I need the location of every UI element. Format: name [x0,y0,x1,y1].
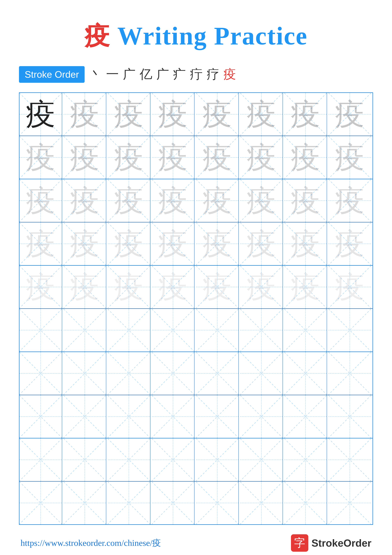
grid-row-4: 疫 疫 疫 [20,222,372,266]
cell-r8-c7[interactable] [284,395,327,438]
cell-r6-c1[interactable] [20,309,62,351]
svg-line-100 [108,352,150,394]
footer-url-link[interactable]: https://www.strokeorder.com/chinese/疫 [21,537,161,549]
cell-r2-c2[interactable]: 疫 [64,136,106,179]
grid-row-10 [20,482,372,524]
cell-r4-c8[interactable]: 疫 [328,222,371,265]
cell-r2-c4[interactable]: 疫 [152,136,194,179]
cell-r10-c7[interactable] [284,482,327,524]
cell-r7-c7[interactable] [284,352,327,395]
cell-r10-c6[interactable] [240,482,283,524]
cell-r7-c4[interactable] [152,352,194,395]
cell-r6-c4[interactable] [152,309,194,351]
cell-r7-c3[interactable] [108,352,150,395]
cell-r2-c1[interactable]: 疫 [20,136,62,179]
cell-r1-c6[interactable]: 疫 [240,93,283,136]
cell-r5-c3[interactable]: 疫 [108,266,150,308]
cell-r6-c7[interactable] [284,309,327,351]
cell-r7-c8[interactable] [328,352,371,395]
cell-r1-c3[interactable]: 疫 [108,93,150,136]
svg-line-155 [240,482,283,524]
cell-r1-c2[interactable]: 疫 [64,93,106,136]
grid-row-5: 疫 疫 疫 [20,266,372,309]
cell-r10-c8[interactable] [328,482,371,524]
cell-r9-c3[interactable] [108,438,150,481]
cell-r1-c4[interactable]: 疫 [152,93,194,136]
cell-r6-c5[interactable] [196,309,239,351]
cell-r2-c8[interactable]: 疫 [328,136,371,179]
cell-r8-c4[interactable] [152,395,194,438]
cell-r3-c2[interactable]: 疫 [64,179,106,222]
title-chinese-char: 疫 [85,22,110,50]
cell-r1-c5[interactable]: 疫 [196,93,239,136]
cell-r9-c7[interactable] [284,438,327,481]
cell-r6-c3[interactable] [108,309,150,351]
cell-r3-c1[interactable]: 疫 [20,179,62,222]
cell-r9-c8[interactable] [328,438,371,481]
cell-r7-c5[interactable] [196,352,239,395]
cell-r9-c4[interactable] [152,438,194,481]
cell-r4-c5[interactable]: 疫 [196,222,239,265]
cell-r6-c8[interactable] [328,309,371,351]
cell-r9-c5[interactable] [196,438,239,481]
cell-r4-c7[interactable]: 疫 [284,222,327,265]
cell-r6-c6[interactable] [240,309,283,351]
cell-r2-c6[interactable]: 疫 [240,136,283,179]
cell-r4-c6[interactable]: 疫 [240,222,283,265]
cell-r7-c2[interactable] [64,352,106,395]
cell-r4-c4[interactable]: 疫 [152,222,194,265]
cell-r10-c2[interactable] [64,482,106,524]
cell-r6-c2[interactable] [64,309,106,351]
svg-line-117 [108,395,150,438]
svg-line-119 [152,395,194,438]
cell-r5-c5[interactable]: 疫 [196,266,239,308]
cell-r3-c6[interactable]: 疫 [240,179,283,222]
cell-r8-c1[interactable] [20,395,62,438]
cell-r8-c8[interactable] [328,395,371,438]
cell-r8-c6[interactable] [240,395,283,438]
cell-r10-c5[interactable] [196,482,239,524]
cell-r5-c4[interactable]: 疫 [152,266,194,308]
cell-r10-c3[interactable] [108,482,150,524]
svg-line-107 [240,352,283,394]
cell-r7-c6[interactable] [240,352,283,395]
cell-r10-c1[interactable] [20,482,62,524]
cell-r3-c8[interactable]: 疫 [328,179,371,222]
cell-r3-c3[interactable]: 疫 [108,179,150,222]
cell-r3-c4[interactable]: 疫 [152,179,194,222]
svg-line-139 [240,438,283,481]
cell-r1-c1[interactable]: 疫 [20,93,62,136]
cell-r9-c2[interactable] [64,438,106,481]
cell-r5-c8[interactable]: 疫 [328,266,371,308]
cell-r9-c1[interactable] [20,438,62,481]
svg-line-149 [108,482,150,524]
svg-line-83 [64,309,106,351]
svg-line-95 [328,309,371,351]
svg-line-151 [152,482,194,524]
cell-r9-c6[interactable] [240,438,283,481]
svg-line-129 [20,438,62,481]
svg-line-153 [196,482,238,524]
cell-r8-c5[interactable] [196,395,239,438]
svg-line-141 [284,438,327,481]
cell-r2-c5[interactable]: 疫 [196,136,239,179]
cell-r3-c7[interactable]: 疫 [284,179,327,222]
cell-r5-c6[interactable]: 疫 [240,266,283,308]
cell-r1-c8[interactable]: 疫 [328,93,371,136]
cell-r4-c2[interactable]: 疫 [64,222,106,265]
cell-r3-c5[interactable]: 疫 [196,179,239,222]
svg-line-110 [328,352,371,395]
cell-r4-c3[interactable]: 疫 [108,222,150,265]
svg-line-103 [152,352,194,394]
cell-r2-c7[interactable]: 疫 [284,136,327,179]
cell-r5-c2[interactable]: 疫 [64,266,106,308]
cell-r5-c7[interactable]: 疫 [284,266,327,308]
cell-r5-c1[interactable]: 疫 [20,266,62,308]
cell-r8-c3[interactable] [108,395,150,438]
cell-r4-c1[interactable]: 疫 [20,222,62,265]
cell-r1-c7[interactable]: 疫 [284,93,327,136]
cell-r7-c1[interactable] [20,352,62,395]
cell-r10-c4[interactable] [152,482,194,524]
cell-r2-c3[interactable]: 疫 [108,136,150,179]
cell-r8-c2[interactable] [64,395,106,438]
